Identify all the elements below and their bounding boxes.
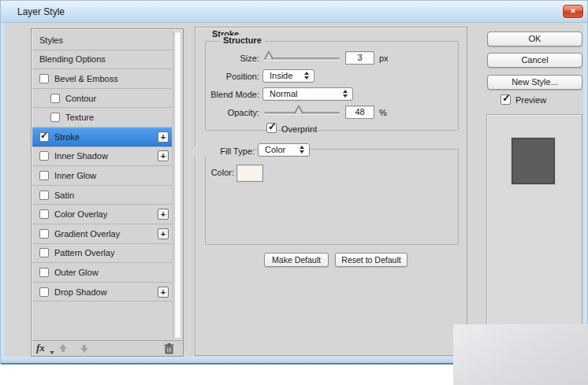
drop-shadow-checkbox[interactable] [39,287,49,297]
scrollbar-thumb[interactable] [174,31,181,339]
opacity-slider[interactable] [264,112,340,114]
sidebar-item-inner-shadow[interactable]: Inner Shadow + [32,147,172,167]
new-style-button[interactable]: New Style... [487,75,582,90]
sidebar-scrollbar[interactable] [173,31,182,339]
blend-mode-label: Blend Mode: [184,90,259,99]
stroke-checkbox[interactable]: ✓ [39,132,49,142]
sidebar-item-styles[interactable]: Styles [32,31,172,50]
reset-to-default-button[interactable]: Reset to Default [335,253,408,267]
sidebar-item-bevel-emboss[interactable]: Bevel & Emboss [32,69,172,89]
opacity-slider-thumb[interactable] [294,105,303,113]
position-value: Inside [270,71,292,80]
sidebar-item-texture[interactable]: Texture [32,108,172,128]
styles-list: Styles Blending Options Bevel & Emboss C… [32,31,172,302]
add-color-overlay-instance-button[interactable]: + [158,209,169,220]
cancel-button[interactable]: Cancel [487,53,582,68]
sidebar-item-contour[interactable]: Contour [32,89,172,109]
window-title: Layer Style [17,6,65,17]
preview-checkbox[interactable]: ✓ [501,94,511,105]
title-bar[interactable]: Layer Style ✕ [1,1,587,23]
add-inner-shadow-instance-button[interactable]: + [158,150,169,161]
fill-type-value: Color [265,145,285,154]
overprint-label: Overprint [281,124,317,134]
sidebar-item-pattern-overlay[interactable]: Pattern Overlay [32,244,172,264]
background-window-fragment [453,324,588,385]
window-right-border [583,23,587,357]
opacity-input[interactable]: 48 [345,106,374,119]
sidebar-item-satin[interactable]: Satin [32,186,172,205]
size-label: Size: [184,54,259,63]
ok-button[interactable]: OK [487,31,582,46]
overprint-checkbox[interactable]: ✓ [266,123,277,133]
delete-effect-button[interactable] [164,343,174,356]
opacity-unit-label: % [379,108,387,117]
close-button[interactable]: ✕ [563,5,583,18]
contour-checkbox[interactable] [50,94,60,103]
sidebar-footer: fx [32,340,182,355]
sidebar-item-outer-glow[interactable]: Outer Glow [32,263,172,283]
size-unit-label: px [379,54,389,63]
size-input[interactable]: 3 [345,51,374,65]
window-left-border [1,23,5,357]
position-label: Position: [184,72,259,81]
texture-checkbox[interactable] [50,113,60,122]
add-stroke-instance-button[interactable]: + [158,131,169,143]
trash-icon [164,343,174,354]
outer-glow-checkbox[interactable] [39,268,49,277]
layer-style-dialog: Layer Style ✕ Styles Blending Options Be… [0,0,588,364]
gradient-overlay-checkbox[interactable] [39,229,49,239]
size-slider[interactable] [264,57,340,60]
move-effect-down-button[interactable] [80,344,89,354]
stepper-icon [343,90,348,98]
structure-legend: Structure [220,35,265,45]
sidebar-item-inner-glow[interactable]: Inner Glow [32,166,172,186]
size-slider-thumb[interactable] [264,50,274,59]
satin-checkbox[interactable] [39,191,49,200]
preview-panel [486,114,582,356]
fill-type-select[interactable]: Color [258,143,310,157]
sidebar-item-drop-shadow[interactable]: Drop Shadow + [32,283,172,302]
make-default-button[interactable]: Make Default [264,253,329,267]
blend-mode-select[interactable]: Normal [262,87,353,101]
styles-sidebar: Styles Blending Options Bevel & Emboss C… [31,28,184,357]
opacity-label: Opacity: [184,108,259,117]
color-label: Color: [198,168,234,177]
color-overlay-checkbox[interactable] [39,209,49,219]
fx-caret-icon [50,351,54,354]
blend-mode-value: Normal [270,89,297,98]
fx-menu-button[interactable]: fx [36,342,45,354]
sidebar-item-gradient-overlay[interactable]: Gradient Overlay + [32,224,172,244]
layer-style-screenshot: Layer Style ✕ Styles Blending Options Be… [0,0,588,385]
bevel-emboss-checkbox[interactable] [39,74,49,83]
sidebar-item-blending-options[interactable]: Blending Options [32,50,172,70]
fill-group [205,149,459,245]
close-icon: ✕ [570,7,576,15]
sidebar-item-stroke[interactable]: ✓ Stroke + [32,128,172,147]
move-effect-up-button[interactable] [58,344,68,354]
preview-swatch [512,138,555,184]
add-drop-shadow-instance-button[interactable]: + [158,287,169,298]
stepper-icon [300,146,304,154]
pattern-overlay-checkbox[interactable] [39,248,49,257]
fill-type-label: Fill Type: [190,146,255,156]
color-swatch[interactable] [236,165,263,182]
sidebar-item-color-overlay[interactable]: Color Overlay + [32,205,172,224]
inner-glow-checkbox[interactable] [39,171,49,180]
position-select[interactable]: Inside [262,69,314,83]
inner-shadow-checkbox[interactable] [39,151,49,161]
preview-label: Preview [515,95,546,105]
stepper-icon [304,72,309,80]
add-gradient-overlay-instance-button[interactable]: + [158,228,169,239]
